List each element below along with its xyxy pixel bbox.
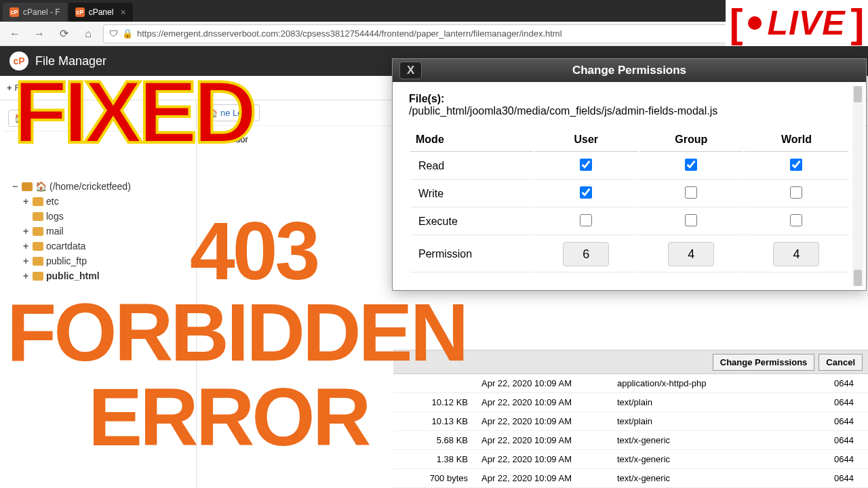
folder-open-icon: [22, 182, 33, 191]
col-user: User: [534, 128, 638, 152]
write-user-checkbox[interactable]: [580, 186, 592, 199]
folder-icon: [33, 212, 43, 221]
tree-item-publichtml[interactable]: +public_html: [4, 268, 192, 283]
row-execute: Execute: [410, 209, 533, 235]
perm-user-input[interactable]: [563, 242, 609, 266]
record-dot-icon: [748, 16, 762, 30]
tree-item-publicftp[interactable]: +public_ftp: [4, 253, 192, 268]
cpanel-icon: cP: [9, 7, 19, 17]
write-group-checkbox[interactable]: [685, 186, 697, 199]
row-write: Write: [410, 181, 533, 207]
forward-button[interactable]: →: [30, 24, 49, 43]
overlay-fixed-text: FIXED: [14, 68, 253, 156]
folder-icon: [33, 227, 43, 236]
change-permissions-dialog: X Change Permissions File(s): /public_ht…: [392, 58, 867, 291]
table-row[interactable]: 10.12 KBApr 22, 2020 10:09 AMtext/plain0…: [393, 393, 868, 412]
lock-icon: 🔒: [122, 28, 133, 39]
overlay-403-text: 403: [190, 210, 317, 291]
change-permissions-button[interactable]: Change Permissions: [713, 354, 815, 371]
live-text: LIVE: [767, 3, 845, 43]
back-button[interactable]: ←: [5, 24, 24, 43]
read-user-checkbox[interactable]: [580, 159, 592, 171]
tree-item-logs[interactable]: +logs: [4, 209, 192, 224]
tree-item-mail[interactable]: +mail: [4, 224, 192, 239]
shield-icon: 🛡: [109, 28, 118, 39]
browser-tab-inactive[interactable]: cP cPanel - F: [3, 3, 67, 22]
cancel-button[interactable]: Cancel: [818, 354, 863, 371]
folder-icon: [33, 272, 43, 281]
row-read: Read: [410, 153, 533, 180]
perm-world-input[interactable]: [773, 242, 819, 266]
execute-group-checkbox[interactable]: [685, 214, 697, 226]
tree-root-label: (/home/cricketfeed): [50, 181, 131, 192]
close-button[interactable]: X: [399, 62, 422, 79]
bracket-left-icon: [: [729, 0, 743, 47]
col-world: World: [745, 128, 848, 152]
table-row[interactable]: 1.38 KBApr 22, 2020 10:09 AMtext/x-gener…: [393, 450, 868, 469]
row-permission: Permission: [410, 237, 533, 272]
write-world-checkbox[interactable]: [790, 186, 802, 199]
browser-tab-active[interactable]: cP cPanel ×: [68, 3, 133, 22]
execute-world-checkbox[interactable]: [790, 214, 802, 226]
tree-item-etc[interactable]: +etc: [4, 194, 192, 209]
dialog-title: Change Permissions: [572, 64, 686, 77]
overlay-forbidden-text: FORBIDDEN: [7, 291, 466, 373]
folder-icon: [33, 197, 43, 206]
table-row[interactable]: 5.68 KBApr 22, 2020 10:09 AMtext/x-gener…: [393, 431, 868, 450]
file-table: Apr 22, 2020 10:09 AMapplication/x-httpd…: [393, 374, 868, 488]
table-row[interactable]: 10.13 KBApr 22, 2020 10:09 AMtext/plain0…: [393, 412, 868, 431]
folder-icon: [33, 242, 43, 251]
read-group-checkbox[interactable]: [685, 159, 697, 171]
cpanel-icon: cP: [75, 7, 85, 17]
close-icon[interactable]: ×: [120, 7, 125, 18]
dialog-body: File(s): /public_html/joomla30/media/com…: [393, 82, 866, 290]
tab-label: cPanel - F: [23, 7, 60, 17]
home-button[interactable]: ⌂: [79, 24, 98, 43]
read-world-checkbox[interactable]: [790, 159, 802, 171]
reload-button[interactable]: ⟳: [54, 24, 73, 43]
overlay-error-text: ERROR: [88, 376, 368, 458]
bracket-right-icon: ]: [851, 0, 865, 47]
tab-label: cPanel: [89, 7, 114, 17]
folder-icon: [33, 257, 43, 266]
file-path: /public_html/joomla30/media/com_fields/j…: [409, 105, 717, 117]
live-badge: [ LIVE ]: [726, 0, 868, 46]
tree-root[interactable]: − 🏠 (/home/cricketfeed): [4, 179, 192, 194]
dialog-titlebar: X Change Permissions: [393, 59, 866, 82]
files-label: File(s): /public_html/joomla30/media/com…: [409, 93, 850, 117]
tree-item-ocartdata[interactable]: +ocartdata: [4, 239, 192, 253]
execute-user-checkbox[interactable]: [580, 214, 592, 226]
permissions-table: Mode User Group World Read Write Execute: [409, 127, 850, 274]
table-row[interactable]: 700 bytesApr 22, 2020 10:09 AMtext/x-gen…: [393, 469, 868, 488]
col-mode: Mode: [410, 128, 533, 152]
collapse-icon[interactable]: −: [11, 181, 19, 192]
scrollbar[interactable]: [852, 86, 863, 286]
perm-group-input[interactable]: [668, 242, 714, 266]
col-group: Group: [639, 128, 743, 152]
